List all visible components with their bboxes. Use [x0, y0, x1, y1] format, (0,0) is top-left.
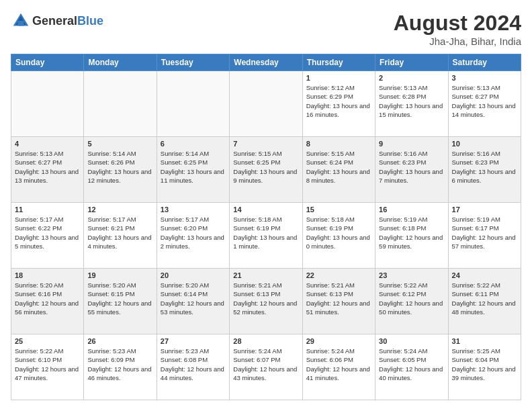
day-number: 17 [452, 205, 517, 214]
sunset-text: Sunset: 6:13 PM [233, 290, 280, 298]
day-number: 20 [161, 271, 226, 279]
day-number: 6 [161, 140, 226, 148]
header-friday: Friday [375, 54, 448, 71]
table-row: 20Sunrise: 5:20 AMSunset: 6:14 PMDayligh… [157, 269, 229, 334]
daylight-text: Daylight: 12 hours and 52 minutes. [233, 300, 297, 316]
calendar-week-4: 18Sunrise: 5:20 AMSunset: 6:16 PMDayligh… [11, 269, 521, 334]
day-info: Sunrise: 5:13 AMSunset: 6:27 PMDaylight:… [15, 149, 80, 185]
daylight-text: Daylight: 12 hours and 48 minutes. [452, 300, 516, 316]
logo-text: GeneralBlue [32, 14, 103, 28]
daylight-text: Daylight: 12 hours and 56 minutes. [15, 300, 79, 316]
sunrise-text: Sunrise: 5:21 AM [306, 281, 355, 289]
table-row [157, 71, 229, 137]
sunrise-text: Sunrise: 5:18 AM [306, 216, 355, 223]
table-row: 29Sunrise: 5:24 AMSunset: 6:06 PMDayligh… [302, 334, 375, 400]
title-area: August 2024 Jha-Jha, Bihar, India [394, 11, 521, 47]
sunset-text: Sunset: 6:08 PM [161, 356, 208, 363]
table-row: 19Sunrise: 5:20 AMSunset: 6:15 PMDayligh… [84, 269, 157, 334]
day-number: 13 [161, 205, 226, 214]
day-info: Sunrise: 5:16 AMSunset: 6:23 PMDaylight:… [452, 149, 517, 185]
table-row: 16Sunrise: 5:19 AMSunset: 6:18 PMDayligh… [375, 203, 448, 269]
table-row [84, 71, 157, 137]
sunrise-text: Sunrise: 5:16 AM [452, 150, 500, 157]
day-number: 21 [233, 271, 298, 279]
table-row: 12Sunrise: 5:17 AMSunset: 6:21 PMDayligh… [84, 203, 157, 269]
calendar-body: 1Sunrise: 5:12 AMSunset: 6:29 PMDaylight… [11, 71, 521, 400]
sunrise-text: Sunrise: 5:18 AM [233, 216, 281, 223]
table-row: 28Sunrise: 5:24 AMSunset: 6:07 PMDayligh… [230, 334, 302, 400]
month-year: August 2024 [394, 11, 521, 36]
logo-blue: Blue [77, 14, 103, 28]
daylight-text: Daylight: 12 hours and 55 minutes. [87, 300, 151, 316]
sunset-text: Sunset: 6:09 PM [87, 356, 134, 363]
sunset-text: Sunset: 6:25 PM [233, 158, 280, 166]
sunrise-text: Sunrise: 5:14 AM [87, 150, 136, 157]
calendar-header: Sunday Monday Tuesday Wednesday Thursday… [11, 54, 521, 71]
daylight-text: Daylight: 12 hours and 39 minutes. [452, 365, 516, 381]
sunrise-text: Sunrise: 5:15 AM [306, 150, 355, 157]
daylight-text: Daylight: 13 hours and 14 minutes. [452, 102, 516, 118]
table-row: 26Sunrise: 5:23 AMSunset: 6:09 PMDayligh… [84, 334, 157, 400]
sunset-text: Sunset: 6:15 PM [87, 290, 134, 298]
sunset-text: Sunset: 6:12 PM [379, 290, 426, 298]
sunset-text: Sunset: 6:05 PM [379, 356, 426, 363]
page: GeneralBlue August 2024 Jha-Jha, Bihar, … [0, 0, 532, 411]
sunrise-text: Sunrise: 5:17 AM [15, 216, 63, 223]
day-info: Sunrise: 5:12 AMSunset: 6:29 PMDaylight:… [306, 83, 371, 119]
daylight-text: Daylight: 13 hours and 8 minutes. [306, 168, 370, 184]
day-number: 3 [452, 74, 517, 82]
day-number: 1 [306, 74, 371, 82]
day-info: Sunrise: 5:22 AMSunset: 6:11 PMDaylight:… [452, 281, 517, 316]
day-number: 9 [379, 140, 444, 148]
sunset-text: Sunset: 6:17 PM [452, 224, 499, 232]
table-row: 8Sunrise: 5:15 AMSunset: 6:24 PMDaylight… [302, 137, 375, 203]
table-row: 10Sunrise: 5:16 AMSunset: 6:23 PMDayligh… [448, 137, 521, 203]
day-number: 16 [379, 205, 444, 214]
table-row: 2Sunrise: 5:13 AMSunset: 6:28 PMDaylight… [375, 71, 448, 137]
table-row: 1Sunrise: 5:12 AMSunset: 6:29 PMDaylight… [302, 71, 375, 137]
table-row: 27Sunrise: 5:23 AMSunset: 6:08 PMDayligh… [157, 334, 229, 400]
logo-general: General [32, 14, 77, 28]
day-number: 31 [452, 337, 517, 345]
sunset-text: Sunset: 6:21 PM [87, 224, 134, 232]
sunset-text: Sunset: 6:29 PM [306, 93, 353, 100]
day-number: 18 [15, 271, 80, 279]
daylight-text: Daylight: 12 hours and 43 minutes. [233, 365, 297, 381]
daylight-text: Daylight: 12 hours and 41 minutes. [306, 365, 370, 381]
day-info: Sunrise: 5:23 AMSunset: 6:09 PMDaylight:… [87, 347, 152, 382]
sunrise-text: Sunrise: 5:13 AM [15, 150, 63, 157]
sunrise-text: Sunrise: 5:20 AM [87, 281, 136, 289]
day-info: Sunrise: 5:19 AMSunset: 6:18 PMDaylight:… [379, 215, 444, 250]
sunset-text: Sunset: 6:27 PM [15, 158, 62, 166]
day-number: 29 [306, 337, 371, 345]
sunset-text: Sunset: 6:27 PM [452, 93, 499, 100]
sunrise-text: Sunrise: 5:17 AM [161, 216, 209, 223]
day-info: Sunrise: 5:16 AMSunset: 6:23 PMDaylight:… [379, 149, 444, 185]
daylight-text: Daylight: 12 hours and 51 minutes. [306, 300, 370, 316]
day-info: Sunrise: 5:20 AMSunset: 6:15 PMDaylight:… [87, 281, 152, 316]
day-info: Sunrise: 5:13 AMSunset: 6:27 PMDaylight:… [452, 83, 517, 119]
daylight-text: Daylight: 13 hours and 4 minutes. [87, 234, 151, 250]
sunrise-text: Sunrise: 5:12 AM [306, 84, 355, 91]
daylight-text: Daylight: 12 hours and 53 minutes. [161, 300, 224, 316]
table-row: 9Sunrise: 5:16 AMSunset: 6:23 PMDaylight… [375, 137, 448, 203]
daylight-text: Daylight: 12 hours and 59 minutes. [379, 234, 443, 250]
day-info: Sunrise: 5:18 AMSunset: 6:19 PMDaylight:… [233, 215, 298, 250]
day-info: Sunrise: 5:25 AMSunset: 6:04 PMDaylight:… [452, 347, 517, 382]
day-info: Sunrise: 5:15 AMSunset: 6:24 PMDaylight:… [306, 149, 371, 185]
daylight-text: Daylight: 12 hours and 47 minutes. [15, 365, 79, 381]
table-row: 14Sunrise: 5:18 AMSunset: 6:19 PMDayligh… [230, 203, 302, 269]
daylight-text: Daylight: 12 hours and 40 minutes. [379, 365, 443, 381]
table-row: 15Sunrise: 5:18 AMSunset: 6:19 PMDayligh… [302, 203, 375, 269]
day-number: 30 [379, 337, 444, 345]
sunrise-text: Sunrise: 5:22 AM [452, 281, 500, 289]
day-header-row: Sunday Monday Tuesday Wednesday Thursday… [11, 54, 521, 71]
daylight-text: Daylight: 12 hours and 50 minutes. [379, 300, 443, 316]
day-info: Sunrise: 5:17 AMSunset: 6:21 PMDaylight:… [87, 215, 152, 250]
header-wednesday: Wednesday [230, 54, 302, 71]
day-number: 14 [233, 205, 298, 214]
header-sunday: Sunday [11, 54, 84, 71]
sunset-text: Sunset: 6:10 PM [15, 356, 62, 363]
day-number: 12 [87, 205, 152, 214]
sunrise-text: Sunrise: 5:23 AM [161, 347, 209, 355]
